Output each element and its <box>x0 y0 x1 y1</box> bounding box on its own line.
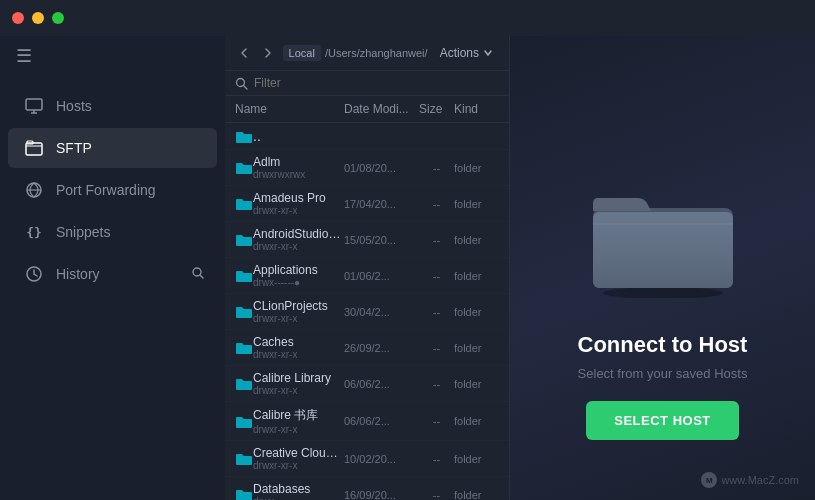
sidebar-item-hosts[interactable]: Hosts <box>8 86 217 126</box>
sidebar-item-hosts-label: Hosts <box>56 98 92 114</box>
folder-icon <box>235 304 253 319</box>
sftp-icon <box>24 138 44 158</box>
svg-rect-16 <box>593 212 733 288</box>
nav-back-button[interactable] <box>235 42 253 64</box>
watermark-icon: M <box>701 472 717 488</box>
connect-title: Connect to Host <box>578 332 748 358</box>
folder-illustration <box>583 168 743 302</box>
table-header: Name Date Modi... Size Kind <box>225 96 509 123</box>
watermark: M www.MacZ.com <box>701 472 799 488</box>
sidebar-item-sftp[interactable]: SFTP <box>8 128 217 168</box>
sidebar-nav: Hosts SFTP <box>0 76 225 500</box>
history-icon <box>24 264 44 284</box>
file-row[interactable]: Applications drwx------● 01/06/2... -- f… <box>225 258 509 294</box>
close-button[interactable] <box>12 12 24 24</box>
svg-point-12 <box>603 287 723 298</box>
file-row[interactable]: Calibre Library drwxr-xr-x 06/06/2... --… <box>225 366 509 402</box>
folder-icon <box>235 376 253 391</box>
svg-line-9 <box>200 275 203 278</box>
file-row[interactable]: Amadeus Pro drwxr-xr-x 17/04/20... -- fo… <box>225 186 509 222</box>
file-row[interactable]: Adlm drwxrwxrwx 01/08/20... -- folder <box>225 150 509 186</box>
hamburger-icon[interactable]: ☰ <box>16 45 32 67</box>
file-panel: Local /Users/zhanghanwei/ Actions Name D… <box>225 36 510 500</box>
up-dir-icon <box>235 129 253 144</box>
folder-icon <box>235 268 253 283</box>
file-row[interactable]: AndroidStudioP... drwxr-xr-x 15/05/20...… <box>225 222 509 258</box>
svg-rect-3 <box>26 143 42 155</box>
sidebar-item-history[interactable]: History <box>8 254 217 294</box>
connect-text: Connect to Host Select from your saved H… <box>578 332 748 381</box>
select-host-button[interactable]: SELECT HOST <box>586 401 739 440</box>
col-name-header: Name <box>235 102 344 116</box>
history-search-icon[interactable] <box>191 266 205 283</box>
main-layout: ☰ Hosts <box>0 36 815 500</box>
monitor-icon <box>24 96 44 116</box>
path-bar: Local /Users/zhanghanwei/ <box>283 45 428 61</box>
titlebar <box>0 0 815 36</box>
folder-icon <box>235 160 253 175</box>
sidebar-item-port-forwarding[interactable]: Port Forwarding <box>8 170 217 210</box>
col-kind-header: Kind <box>454 102 499 116</box>
folder-icon <box>235 487 253 500</box>
file-list: .. Adlm drwxrwxrwx 01/08/20... -- folder <box>225 123 509 500</box>
filter-input[interactable] <box>254 76 499 90</box>
file-row[interactable]: .. <box>225 123 509 150</box>
watermark-text: www.MacZ.com <box>721 474 799 486</box>
sidebar-item-snippets[interactable]: {} Snippets <box>8 212 217 252</box>
big-folder-icon <box>583 168 743 298</box>
minimize-button[interactable] <box>32 12 44 24</box>
path-text: /Users/zhanghanwei/ <box>325 47 428 59</box>
sidebar-item-snippets-label: Snippets <box>56 224 110 240</box>
sidebar-item-port-forwarding-label: Port Forwarding <box>56 182 156 198</box>
file-row[interactable]: Caches drwxr-xr-x 26/09/2... -- folder <box>225 330 509 366</box>
sidebar-item-sftp-label: SFTP <box>56 140 92 156</box>
file-row[interactable]: Calibre 书库 drwxr-xr-x 06/06/2... -- fold… <box>225 402 509 441</box>
sidebar-top: ☰ <box>0 36 225 76</box>
svg-line-11 <box>244 85 248 89</box>
file-row[interactable]: Creative Cloud ... drwxr-xr-x 10/02/20..… <box>225 441 509 477</box>
folder-icon <box>235 196 253 211</box>
folder-icon <box>235 340 253 355</box>
snippets-icon: {} <box>26 225 42 240</box>
folder-icon <box>235 232 253 247</box>
file-row[interactable]: Databases drwx------● 16/09/20... -- fol… <box>225 477 509 500</box>
col-date-header: Date Modi... <box>344 102 419 116</box>
local-label: Local <box>283 45 321 61</box>
port-forwarding-icon <box>24 180 44 200</box>
connect-subtitle: Select from your saved Hosts <box>578 366 748 381</box>
folder-icon <box>235 414 253 429</box>
filter-search-icon <box>235 77 248 90</box>
col-size-header: Size <box>419 102 454 116</box>
filter-bar <box>225 71 509 96</box>
right-panel: Connect to Host Select from your saved H… <box>510 36 815 500</box>
folder-icon <box>235 451 253 466</box>
sidebar: ☰ Hosts <box>0 36 225 500</box>
maximize-button[interactable] <box>52 12 64 24</box>
sidebar-item-history-label: History <box>56 266 100 282</box>
file-row[interactable]: CLionProjects drwxr-xr-x 30/04/2... -- f… <box>225 294 509 330</box>
actions-button[interactable]: Actions <box>434 43 499 63</box>
svg-rect-0 <box>26 99 42 110</box>
nav-forward-button[interactable] <box>259 42 277 64</box>
file-toolbar: Local /Users/zhanghanwei/ Actions <box>225 36 509 71</box>
